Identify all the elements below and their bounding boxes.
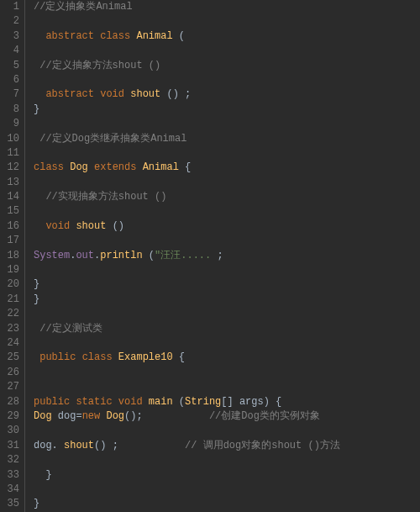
line-number: 35 [0,497,19,511]
code-token: Dog [106,410,124,422]
line-number: 18 [0,249,19,263]
code-line: dog. shout() ; // 调用dog对象的shout ()方法 [34,439,420,453]
code-content: //定义抽象类Animal abstract class Animal ( //… [25,0,420,512]
code-token: extends [94,161,136,173]
code-token: System [34,250,70,261]
code-token: out [76,250,94,261]
code-token: class [34,161,64,173]
code-token: void [45,220,70,232]
code-token: } [34,293,39,305]
line-number: 12 [0,161,19,175]
code-token: shout [64,440,94,451]
line-number: 16 [0,219,19,234]
code-line: //实现抽象方法shout () [34,190,420,204]
code-token: public [39,351,76,363]
code-token: void [118,396,143,408]
code-line: public class Example10 { [34,351,420,365]
code-token [34,88,45,100]
code-token: void [100,88,124,100]
code-line [34,14,420,29]
code-line: void shout () [34,219,420,234]
code-token: static [76,396,112,408]
code-token: main [149,396,173,408]
code-token [143,396,149,408]
code-token: //定义Dog类继承抽象类Animal [39,133,186,145]
code-token: Animal [136,30,172,42]
line-number: 21 [0,293,19,307]
code-line: } [34,468,420,483]
code-token: abstract [45,30,94,42]
line-number: 33 [0,468,19,483]
code-token: ; [211,250,223,261]
code-token [136,161,142,173]
line-number: 31 [0,439,19,453]
code-token [34,191,45,203]
line-number: 30 [0,424,19,438]
code-editor: 1234567891011121314151617181920212223242… [0,0,420,512]
line-number: 27 [0,380,19,394]
line-number: 6 [0,73,19,87]
code-token [34,30,45,42]
code-line: class Dog extends Animal { [34,161,420,175]
code-line [34,73,420,87]
code-token [113,351,118,363]
code-line: } [34,103,420,117]
code-line: abstract void shout () ; [34,87,420,102]
code-line: abstract class Animal ( [34,29,420,44]
code-line [34,380,420,394]
code-line [34,146,420,161]
code-line: } [34,293,420,307]
line-number: 14 [0,190,19,204]
line-number: 24 [0,336,19,351]
code-token: } [34,469,52,481]
code-token [88,161,94,173]
code-token: new [82,410,101,422]
code-token: () [106,220,124,232]
line-number: 20 [0,277,19,292]
line-number: 32 [0,453,19,467]
line-number: 15 [0,204,19,219]
code-token: ( [173,396,185,408]
code-line [34,424,420,438]
code-token: //定义测试类 [39,323,102,335]
line-number: 19 [0,263,19,277]
code-token: ( [173,30,185,42]
line-number: 17 [0,234,19,248]
code-line [34,483,420,497]
code-token: Animal [143,161,179,173]
line-number: 10 [0,132,19,146]
line-number: 26 [0,366,19,380]
code-token: Dog [70,161,88,173]
code-token: Dog [34,410,52,422]
code-token: } [34,103,39,115]
line-number: 28 [0,395,19,409]
line-number: 34 [0,483,19,497]
code-token: abstract [45,88,94,100]
code-token: } [34,498,39,509]
code-line: } [34,497,420,511]
line-number: 22 [0,307,19,321]
code-token: //定义抽象类Animal [34,1,133,13]
code-line [34,204,420,219]
code-line: //定义测试类 [34,322,420,336]
code-line: } [34,277,420,292]
line-number: 2 [0,14,19,29]
line-number-gutter: 1234567891011121314151617181920212223242… [0,0,25,512]
code-line [34,234,420,248]
line-number: 13 [0,176,19,190]
code-token: //创建Dog类的实例对象 [209,410,320,422]
code-token: Example10 [118,351,173,363]
code-line: System.out.println ("汪汪..... ; [34,249,420,263]
code-token: //实现抽象方法shout () [45,191,166,203]
code-token [76,351,81,363]
code-line: public static void main (String[] args) … [34,395,420,409]
code-token: //定义抽象方法shout () [39,60,160,71]
line-number: 7 [0,87,19,102]
code-token: ( [143,250,155,261]
code-token: "汪汪..... [155,250,211,261]
code-token: public [34,396,70,408]
code-line: //定义抽象方法shout () [34,59,420,73]
line-number: 3 [0,29,19,44]
line-number: 4 [0,44,19,58]
code-token: () ; [94,440,185,451]
